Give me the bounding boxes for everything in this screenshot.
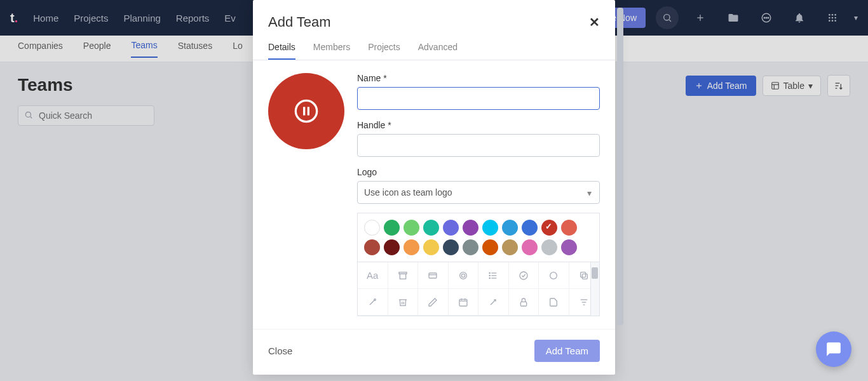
svg-rect-55	[520, 302, 526, 306]
color-swatch[interactable]	[443, 220, 459, 236]
svg-rect-29	[308, 107, 309, 115]
color-swatch[interactable]	[541, 220, 557, 236]
svg-line-54	[491, 300, 496, 305]
svg-point-34	[459, 272, 466, 279]
tab-details[interactable]: Details	[268, 42, 295, 60]
color-swatch[interactable]	[364, 220, 380, 236]
svg-point-27	[295, 100, 316, 121]
color-swatch[interactable]	[463, 220, 478, 236]
pause-icon	[294, 98, 319, 124]
color-swatch[interactable]	[364, 239, 380, 255]
icon-lock[interactable]	[509, 289, 539, 316]
icon-file[interactable]	[539, 289, 569, 316]
color-swatch[interactable]	[384, 220, 400, 236]
color-swatch[interactable]	[384, 239, 400, 255]
svg-point-42	[520, 272, 527, 279]
color-swatch[interactable]	[463, 239, 478, 255]
icon-pin[interactable]	[358, 289, 388, 316]
color-swatch[interactable]	[443, 239, 459, 255]
color-swatch[interactable]	[522, 239, 538, 255]
tab-projects[interactable]: Projects	[368, 42, 400, 60]
color-swatch[interactable]	[403, 239, 419, 255]
icon-pencil[interactable]	[418, 289, 449, 316]
logo-select[interactable]: Use icon as team logo	[357, 181, 600, 204]
color-swatch[interactable]	[561, 220, 577, 236]
modal-tabs: Details Members Projects Advanced	[253, 42, 615, 60]
icon-text[interactable]: Aa	[358, 262, 388, 289]
color-swatch[interactable]	[541, 239, 557, 255]
handle-label: Handle *	[357, 120, 600, 130]
svg-rect-45	[580, 272, 585, 277]
color-swatch[interactable]	[502, 220, 518, 236]
submit-add-team-button[interactable]: Add Team	[534, 340, 600, 362]
icon-archive[interactable]	[388, 262, 419, 289]
add-team-modal: Add Team ✕ Details Members Projects Adva…	[253, 0, 615, 375]
icon-check-circle[interactable]	[509, 262, 539, 289]
svg-point-35	[461, 274, 465, 277]
color-swatch[interactable]	[482, 239, 498, 255]
close-icon[interactable]: ✕	[589, 15, 600, 30]
chat-fab[interactable]	[816, 331, 851, 367]
color-swatch[interactable]	[403, 220, 419, 236]
close-button[interactable]: Close	[268, 345, 292, 356]
svg-rect-32	[429, 273, 437, 278]
handle-input[interactable]	[357, 134, 600, 157]
logo-label: Logo	[357, 167, 600, 177]
tab-advanced[interactable]: Advanced	[418, 42, 458, 60]
tab-members[interactable]: Members	[313, 42, 350, 60]
chat-bubble-icon	[825, 341, 842, 358]
color-swatch[interactable]	[423, 220, 439, 236]
color-swatch[interactable]	[522, 220, 538, 236]
icon-card[interactable]	[418, 262, 449, 289]
svg-rect-28	[303, 107, 305, 115]
svg-point-40	[489, 275, 490, 276]
svg-rect-31	[400, 274, 405, 279]
name-label: Name *	[357, 73, 600, 83]
icon-picker: Aa	[357, 262, 600, 316]
svg-point-39	[489, 272, 490, 273]
modal-title: Add Team	[268, 14, 331, 30]
svg-rect-44	[582, 274, 587, 279]
name-input[interactable]	[357, 87, 600, 110]
modal-scrollbar[interactable]	[617, 8, 625, 367]
icon-grid-scrollbar[interactable]	[590, 262, 599, 316]
svg-rect-50	[459, 299, 467, 306]
color-swatch[interactable]	[482, 220, 498, 236]
icon-list[interactable]	[478, 262, 509, 289]
color-swatch[interactable]	[502, 239, 518, 255]
icon-circle[interactable]	[539, 262, 569, 289]
color-picker	[357, 213, 600, 262]
color-swatch[interactable]	[561, 239, 577, 255]
icon-calendar[interactable]	[449, 289, 479, 316]
team-avatar-preview[interactable]	[268, 73, 344, 149]
icon-expand[interactable]	[478, 289, 509, 316]
icon-trash[interactable]	[388, 289, 419, 316]
svg-point-41	[489, 277, 490, 278]
icon-target[interactable]	[449, 262, 479, 289]
svg-point-43	[550, 272, 557, 279]
color-swatch[interactable]	[423, 239, 439, 255]
